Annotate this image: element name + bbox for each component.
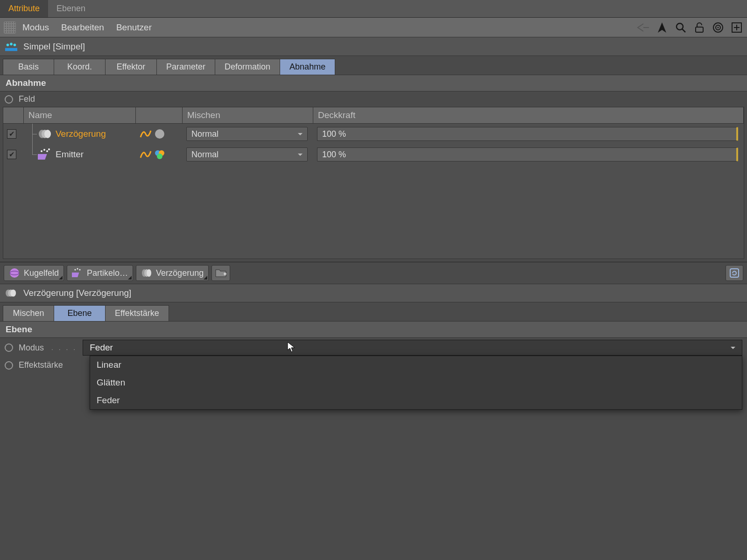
mix-mode-dropdown[interactable]: Normal — [186, 147, 308, 161]
svg-point-5 — [718, 27, 719, 28]
menu-benutzer[interactable]: Benutzer — [116, 22, 152, 33]
svg-point-16 — [155, 129, 164, 139]
svg-point-24 — [157, 154, 162, 159]
svg-point-10 — [7, 43, 9, 46]
quick-nav: Kugelfeld Partikelo… Verzögerung — [0, 262, 747, 284]
svg-point-25 — [10, 268, 19, 278]
object-header-simpel: Simpel [Simpel] — [0, 37, 747, 56]
field-row-verzoegerung[interactable]: Verzögerung Normal 100 % — [3, 124, 744, 144]
lock-icon[interactable] — [693, 21, 706, 34]
particle-layer-icon — [38, 148, 53, 161]
value-channel-icon[interactable] — [140, 128, 152, 140]
svg-point-0 — [677, 23, 683, 30]
grid-icon[interactable] — [4, 21, 16, 34]
object-title: Simpel [Simpel] — [23, 42, 85, 52]
object-header-verzoegerung: Verzögerung [Verzögerung] — [0, 284, 747, 302]
tab-attribute[interactable]: Attribute — [0, 0, 48, 17]
modus-option-glaetten[interactable]: Glätten — [90, 374, 742, 392]
tab-basis[interactable]: Basis — [3, 59, 54, 75]
upper-tabs: Basis Koord. Effektor Parameter Deformat… — [0, 56, 747, 75]
restore-icon — [729, 267, 740, 279]
quicknav-partikel[interactable]: Partikelo… — [67, 265, 133, 281]
svg-point-11 — [10, 42, 13, 45]
tab-ebenen[interactable]: Ebenen — [48, 0, 94, 17]
svg-point-33 — [147, 269, 151, 277]
svg-rect-36 — [730, 269, 739, 277]
tab-ebene[interactable]: Ebene — [54, 305, 106, 321]
svg-rect-2 — [696, 27, 703, 32]
feld-keyframe-radio[interactable] — [5, 95, 13, 104]
modus-option-feder[interactable]: Feder — [90, 392, 742, 409]
label-dots: . . . . — [51, 344, 77, 351]
effekt-label: Effektstärke — [19, 360, 63, 370]
feld-label: Feld — [19, 94, 35, 104]
object-title: Verzögerung [Verzögerung] — [23, 288, 131, 298]
top-tab-bar: Attribute Ebenen — [0, 0, 747, 18]
svg-point-12 — [14, 43, 16, 46]
search-icon[interactable] — [674, 21, 687, 34]
navigate-back-icon[interactable] — [637, 21, 650, 34]
color-channel-icon[interactable] — [154, 148, 166, 161]
mix-mode-dropdown[interactable]: Normal — [186, 127, 308, 141]
quicknav-label: Kugelfeld — [24, 268, 59, 278]
menu-bearbeiten[interactable]: Bearbeiten — [61, 22, 104, 33]
svg-point-18 — [41, 150, 42, 152]
opacity-input[interactable]: 100 % — [317, 147, 738, 161]
col-deckkraft[interactable]: Deckkraft — [313, 107, 744, 123]
target-icon[interactable] — [712, 21, 725, 34]
tab-parameter[interactable]: Parameter — [157, 59, 215, 75]
modus-row: Modus . . . . Feder Linear Glätten Feder — [0, 338, 747, 357]
delay-layer-icon — [38, 128, 53, 140]
section-abnahme: Abnahme — [0, 75, 747, 91]
tab-effektor[interactable]: Effektor — [106, 59, 157, 75]
menu-bar: Modus Bearbeiten Benutzer — [0, 18, 747, 37]
delay-icon — [5, 288, 18, 298]
modus-dropdown[interactable]: Feder — [83, 340, 742, 356]
tab-koord[interactable]: Koord. — [54, 59, 106, 75]
svg-point-15 — [44, 130, 51, 138]
svg-point-21 — [48, 148, 50, 150]
tab-deformation[interactable]: Deformation — [215, 59, 280, 75]
restore-defaults-button[interactable] — [726, 265, 743, 281]
svg-point-30 — [79, 269, 81, 271]
modus-dropdown-popup: Linear Glätten Feder — [90, 356, 742, 410]
locate-icon[interactable] — [655, 21, 669, 34]
field-rows[interactable]: Verzögerung Normal 100 % Emitter Normal … — [3, 124, 744, 259]
quicknav-kugelfeld[interactable]: Kugelfeld — [4, 265, 64, 281]
color-channel-icon[interactable] — [154, 128, 166, 140]
row-name[interactable]: Verzögerung — [56, 129, 106, 139]
svg-point-28 — [75, 269, 76, 271]
add-panel-icon[interactable] — [730, 21, 743, 34]
section-ebene: Ebene — [0, 321, 747, 338]
tab-effektstaerke[interactable]: Effektstärke — [106, 305, 169, 321]
menu-modus[interactable]: Modus — [22, 22, 49, 33]
delay-field-icon — [141, 267, 152, 279]
row-enable-checkbox[interactable] — [7, 150, 16, 159]
row-enable-checkbox[interactable] — [7, 129, 16, 139]
row-name[interactable]: Emitter — [56, 149, 84, 160]
modus-label: Modus — [19, 343, 44, 353]
effector-icon — [5, 42, 18, 52]
sphere-field-icon — [9, 267, 20, 279]
modus-option-linear[interactable]: Linear — [90, 356, 742, 374]
field-row-emitter[interactable]: Emitter Normal 100 % — [3, 144, 744, 165]
folder-plus-icon — [215, 268, 227, 278]
quicknav-label: Verzögerung — [156, 268, 204, 278]
quicknav-label: Partikelo… — [87, 268, 128, 278]
value-channel-icon[interactable] — [140, 148, 152, 161]
field-table-header: Name Mischen Deckkraft — [3, 107, 744, 124]
svg-point-19 — [43, 149, 45, 151]
quicknav-verzoegerung[interactable]: Verzögerung — [136, 265, 209, 281]
svg-rect-17 — [38, 154, 47, 160]
col-name[interactable]: Name — [24, 107, 136, 123]
svg-rect-27 — [72, 273, 79, 277]
add-folder-button[interactable] — [211, 265, 230, 281]
opacity-input[interactable]: 100 % — [317, 127, 738, 141]
effekt-keyframe-radio[interactable] — [5, 361, 13, 370]
tab-abnahme[interactable]: Abnahme — [280, 59, 335, 75]
col-mischen[interactable]: Mischen — [183, 107, 313, 123]
svg-line-1 — [682, 29, 685, 32]
tab-mischen[interactable]: Mischen — [3, 305, 54, 321]
param-feld: Feld — [0, 91, 747, 107]
modus-keyframe-radio[interactable] — [5, 343, 13, 352]
